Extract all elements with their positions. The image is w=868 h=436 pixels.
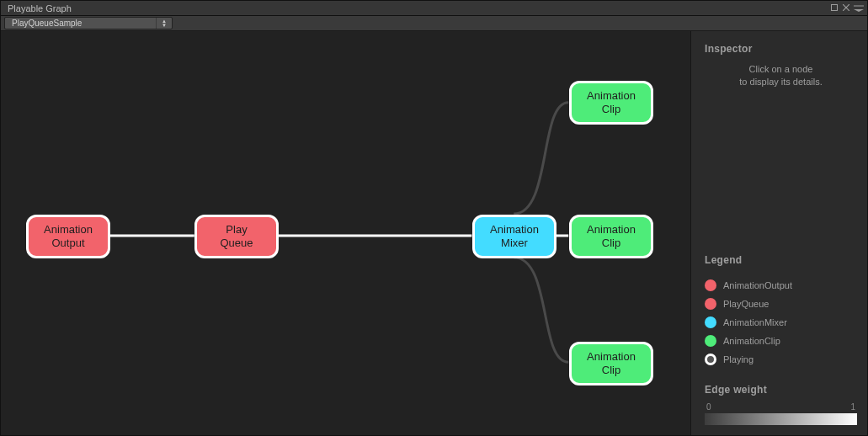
- legend-item: Playing: [705, 350, 857, 369]
- sidebar: Inspector Click on a node to display its…: [690, 31, 867, 435]
- legend-item: AnimationOutput: [705, 276, 857, 295]
- node-animation-mixer[interactable]: Animation Mixer: [472, 215, 556, 258]
- chevron-updown-icon: ▲▼: [162, 19, 167, 28]
- graph-select-dropdown[interactable]: PlayQueueSample ▲▼: [4, 17, 173, 29]
- svg-rect-0: [832, 4, 838, 10]
- maximize-icon[interactable]: [828, 4, 840, 13]
- swatch-icon: [705, 279, 716, 291]
- graph-canvas[interactable]: Animation Output Play Queue Animation Mi…: [1, 31, 690, 435]
- node-play-queue[interactable]: Play Queue: [194, 215, 279, 258]
- node-animation-clip[interactable]: Animation Clip: [569, 342, 653, 385]
- inspector-heading: Inspector: [705, 43, 857, 55]
- close-icon[interactable]: [840, 4, 852, 13]
- legend-item: PlayQueue: [705, 295, 857, 313]
- edge-weight-max: 1: [850, 402, 855, 412]
- edge-weight-heading: Edge weight: [705, 384, 857, 396]
- node-animation-output[interactable]: Animation Output: [26, 215, 110, 258]
- main-area: Animation Output Play Queue Animation Mi…: [1, 31, 867, 435]
- inspector-hint: Click on a node to display its details.: [705, 60, 857, 88]
- legend-item: AnimationClip: [705, 332, 857, 350]
- legend-item: AnimationMixer: [705, 313, 857, 332]
- edge-weight-section: Edge weight 0 1: [705, 384, 857, 425]
- edge-weight-labels: 0 1: [705, 401, 857, 413]
- node-animation-clip[interactable]: Animation Clip: [569, 81, 653, 125]
- svg-marker-4: [854, 9, 864, 12]
- swatch-icon: [705, 298, 716, 310]
- edge-weight-min: 0: [706, 402, 711, 412]
- legend-heading: Legend: [705, 254, 857, 266]
- legend-list: AnimationOutput PlayQueue AnimationMixer…: [705, 276, 857, 369]
- swatch-icon: [705, 335, 716, 347]
- window-title: Playable Graph: [8, 3, 72, 13]
- window-frame: Playable Graph PlayQueueSample ▲▼: [0, 0, 868, 436]
- title-bar: Playable Graph: [1, 1, 867, 16]
- node-animation-clip[interactable]: Animation Clip: [569, 215, 653, 258]
- dropdown-value: PlayQueueSample: [12, 19, 156, 28]
- swatch-icon: [705, 316, 716, 328]
- toolbar: PlayQueueSample ▲▼: [1, 16, 867, 31]
- window-menu-icon[interactable]: [852, 5, 864, 12]
- swatch-icon: [705, 354, 716, 365]
- edge-weight-gradient: [705, 413, 857, 425]
